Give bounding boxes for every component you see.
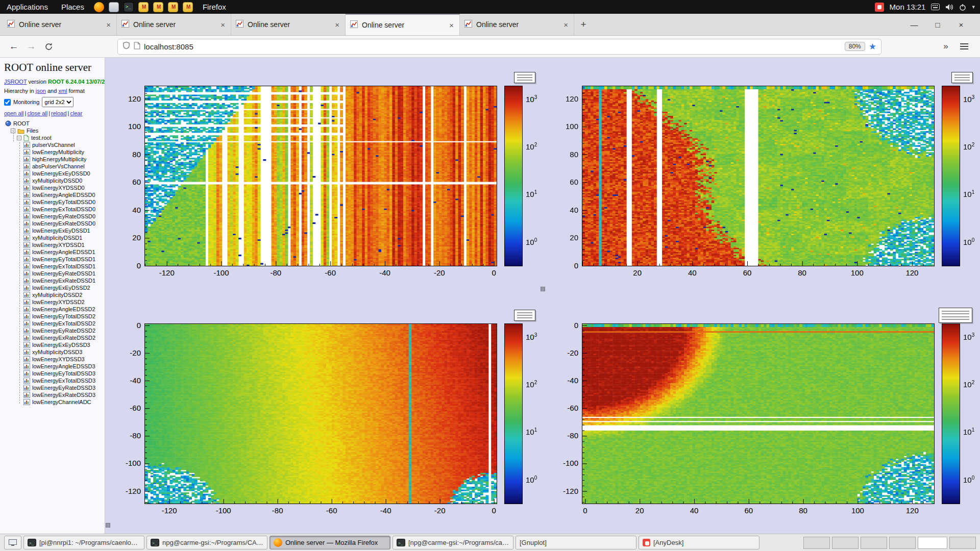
tree-item-files[interactable]: −Files <box>4 127 105 134</box>
colorbar-tick-label: 102 <box>526 142 537 151</box>
heatmap-canvas[interactable] <box>145 324 497 504</box>
hierarchy-mid-text: and <box>46 88 58 94</box>
svg-text:>_: >_ <box>29 541 34 545</box>
url-bar[interactable]: localhost:8085 80% ★ <box>117 39 881 55</box>
applications-menu[interactable]: Applications <box>0 0 55 14</box>
stats-box[interactable] <box>514 72 535 83</box>
colorbar[interactable] <box>942 86 960 266</box>
reload-button[interactable] <box>40 42 57 51</box>
browser-tab[interactable]: Online server× <box>3 14 117 35</box>
plot-pad-bottom-left[interactable]: -120-100-80-60-40-2000-20-40-60-80-100-1… <box>105 295 543 533</box>
back-button[interactable]: ← <box>5 41 22 52</box>
page-info-icon[interactable] <box>134 42 140 52</box>
pager-box[interactable] <box>949 537 976 549</box>
input-method-icon[interactable] <box>931 4 940 10</box>
histogram-icon <box>23 228 30 234</box>
new-tab-button[interactable]: + <box>574 14 593 35</box>
colorbar[interactable] <box>504 323 523 504</box>
tree-item-testroot[interactable]: −test.root <box>4 134 105 141</box>
close-button[interactable]: × <box>949 20 973 29</box>
colorbar[interactable] <box>504 86 523 266</box>
stats-box[interactable] <box>951 72 973 83</box>
taskbar-button[interactable]: >_[pi@nnrpi1: ~/Programs/caenlogg... <box>23 536 144 549</box>
plot-pad-top-right[interactable]: 2040608010012002040608010012010310210110… <box>543 58 980 295</box>
histogram-icon <box>23 370 30 377</box>
histogram-icon <box>23 392 30 398</box>
taskbar-button[interactable]: >_[npg@carme-gsi:~/Programs/caen... <box>393 536 513 549</box>
tab-favicon <box>464 20 472 29</box>
terminal-icon[interactable] <box>124 2 134 12</box>
collapse-expander[interactable]: − <box>17 136 21 140</box>
app-icon[interactable] <box>168 2 178 12</box>
close-all-link[interactable]: close all <box>27 110 47 116</box>
histogram-icon <box>23 170 30 177</box>
xml-link[interactable]: xml <box>58 88 67 94</box>
y-tick-label: 0 <box>547 261 578 270</box>
tab-close-icon[interactable]: × <box>219 20 226 29</box>
app-icon[interactable] <box>138 2 149 12</box>
plot-pad-top-left[interactable]: -120-100-80-60-40-2000204060801001201031… <box>105 58 543 295</box>
jsroot-link[interactable]: JSROOT <box>4 79 27 85</box>
json-link[interactable]: json <box>36 88 46 94</box>
app-icon[interactable] <box>183 2 193 12</box>
colorbar[interactable] <box>942 323 960 504</box>
pager-box[interactable] <box>889 537 916 549</box>
pager-box[interactable] <box>832 537 859 549</box>
show-desktop-icon <box>9 539 17 546</box>
clear-link[interactable]: clear <box>70 110 82 116</box>
heatmap-canvas[interactable] <box>582 324 934 504</box>
pager-box[interactable] <box>803 537 830 549</box>
heatmap-canvas[interactable] <box>145 86 497 266</box>
url-text[interactable]: localhost:8085 <box>144 42 841 51</box>
overflow-menu-button[interactable]: » <box>936 41 955 52</box>
taskbar-button-label: [Gnuplot] <box>520 539 547 546</box>
reload-link[interactable]: reload <box>51 110 67 116</box>
zoom-level-button[interactable]: 80% <box>845 42 865 51</box>
tree-item-label: lowEnergyAngleEDSSD3 <box>32 363 95 369</box>
plot-pad-bottom-right[interactable]: 0204060801001200-20-40-60-80-100-1201031… <box>543 295 980 533</box>
browser-tab[interactable]: Online server× <box>231 14 346 35</box>
taskbar-button[interactable]: Online server — Mozilla Firefox <box>270 536 390 549</box>
app-icon[interactable] <box>153 2 163 12</box>
tree-item-label: lowEnergyXYDSSD2 <box>32 299 85 305</box>
maximize-button[interactable]: □ <box>926 20 949 29</box>
anydesk-icon[interactable] <box>875 3 884 12</box>
browser-tab[interactable]: Online server× <box>460 14 574 35</box>
tree-item-label: lowEnergyEyRateDSSD1 <box>32 270 95 277</box>
tab-close-icon[interactable]: × <box>105 20 112 29</box>
tree-item-label: lowEnergyExRateDSSD1 <box>32 278 95 284</box>
menu-button[interactable] <box>955 43 975 49</box>
file-manager-icon[interactable] <box>109 2 119 12</box>
shield-icon[interactable] <box>122 41 130 52</box>
stats-box[interactable] <box>939 308 972 323</box>
firefox-icon[interactable] <box>94 2 104 12</box>
clock[interactable]: Mon 13:21 <box>890 3 926 11</box>
stats-box[interactable] <box>514 310 535 321</box>
places-menu[interactable]: Places <box>55 0 91 14</box>
forward-button[interactable]: → <box>22 41 40 52</box>
browser-tab[interactable]: Online server× <box>346 14 460 35</box>
tab-close-icon[interactable]: × <box>562 20 569 29</box>
volume-icon[interactable] <box>945 4 953 11</box>
monitoring-checkbox[interactable] <box>4 99 11 106</box>
heatmap-canvas[interactable] <box>582 86 934 266</box>
tab-close-icon[interactable]: × <box>448 21 455 30</box>
open-all-link[interactable]: open all <box>4 110 24 116</box>
taskbar-button[interactable]: [Gnuplot] <box>516 536 636 549</box>
bookmark-star-icon[interactable]: ★ <box>869 41 876 52</box>
browser-tab[interactable]: Online server× <box>117 14 231 35</box>
layout-select[interactable]: grid 2x2 <box>42 97 74 107</box>
chevron-down-icon[interactable]: ▾ <box>972 4 975 10</box>
minimize-button[interactable]: — <box>902 20 926 29</box>
pager-box[interactable] <box>861 537 887 549</box>
y-tick-label: 100 <box>547 122 578 131</box>
taskbar-button[interactable]: >_npg@carme-gsi:~/Programs/CAR... <box>146 536 267 549</box>
taskbar-button[interactable] <box>4 536 21 549</box>
taskbar-button[interactable]: [AnyDesk] <box>639 536 760 549</box>
tree-item-root[interactable]: ROOT <box>4 120 105 127</box>
colorbar-tick-label: 101 <box>963 427 974 436</box>
pager-box-active[interactable] <box>918 537 947 549</box>
tab-close-icon[interactable]: × <box>334 20 340 29</box>
stats-line <box>942 311 969 312</box>
power-icon[interactable] <box>959 4 966 11</box>
